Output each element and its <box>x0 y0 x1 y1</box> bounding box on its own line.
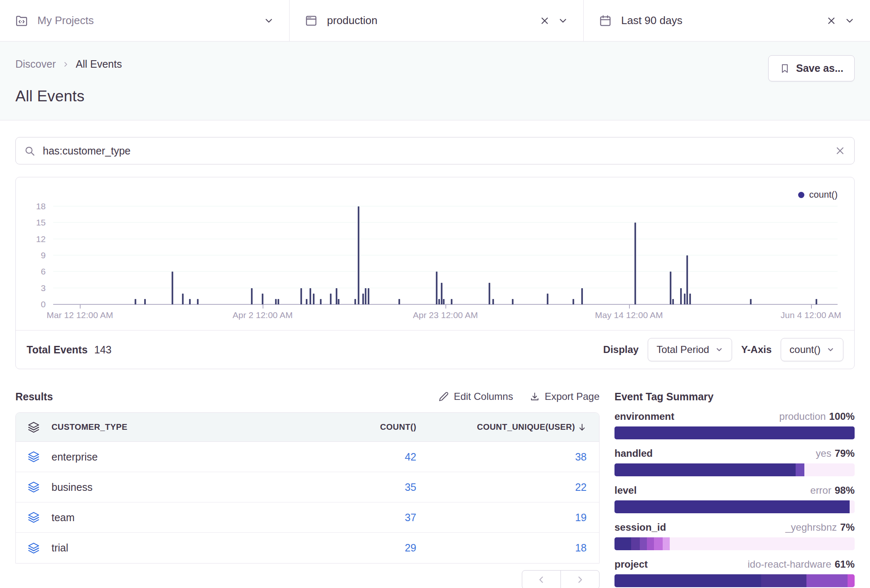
chart-spike <box>672 299 674 304</box>
chevron-down-icon <box>715 345 723 354</box>
chart-spike <box>135 299 136 304</box>
yaxis-dropdown[interactable]: count() <box>781 338 843 361</box>
table-header-row: CUSTOMER_TYPE COUNT() COUNT_UNIQUE(USER) <box>16 413 599 442</box>
export-page-button[interactable]: Export Page <box>530 391 600 402</box>
chart-spike <box>441 283 442 304</box>
tag-distribution-bar[interactable] <box>614 426 855 439</box>
search-input[interactable] <box>43 145 835 157</box>
chart-spike <box>144 299 146 304</box>
content: count() 0369121518Mar 12 12:00 AMApr 2 1… <box>0 137 870 588</box>
x-axis-tick-mark <box>629 305 630 309</box>
previous-page-button[interactable] <box>522 570 561 588</box>
save-as-label: Save as... <box>796 62 843 74</box>
chart-spike <box>313 294 315 304</box>
tag-name: environment <box>614 411 674 422</box>
chart-spike <box>689 294 691 304</box>
tag-distribution-bar[interactable] <box>614 574 855 587</box>
chart-plot: 0369121518Mar 12 12:00 AMApr 2 12:00 AMA… <box>53 206 838 304</box>
tag-bar-segment <box>614 500 850 513</box>
chart-spike <box>306 299 307 304</box>
daterange-selector-label: Last 90 days <box>621 14 826 27</box>
count-cell-link[interactable]: 35 <box>321 481 416 493</box>
chart-spike <box>547 294 548 304</box>
tag-top-value: production100% <box>779 411 855 422</box>
count-unique-cell-link[interactable]: 19 <box>416 512 599 524</box>
tag-meta: handledyes79% <box>614 448 855 459</box>
tag-distribution-bar[interactable] <box>614 500 855 513</box>
y-axis-tick-label: 18 <box>36 201 46 211</box>
count-cell-link[interactable]: 42 <box>321 451 416 463</box>
chart-spike <box>330 294 332 304</box>
projects-folder-icon <box>15 14 28 27</box>
save-as-button[interactable]: Save as... <box>768 55 855 81</box>
x-axis-tick-label: May 14 12:00 AM <box>595 310 663 320</box>
breadcrumb-discover-link[interactable]: Discover <box>15 58 56 70</box>
project-selector[interactable]: My Projects <box>0 0 289 41</box>
chart-spike <box>310 288 311 304</box>
chevron-down-icon <box>263 15 274 26</box>
download-icon <box>530 392 540 402</box>
count-cell-link[interactable]: 29 <box>321 542 416 554</box>
table-body: enterprise4238business3522team3719trial2… <box>16 442 599 563</box>
column-header-count[interactable]: COUNT() <box>321 422 416 432</box>
tag-distribution-bar[interactable] <box>614 537 855 550</box>
environment-selector-label: production <box>327 14 539 27</box>
export-page-label: Export Page <box>545 391 600 402</box>
tag-percent: 7% <box>840 522 855 533</box>
column-header-customer-type[interactable]: CUSTOMER_TYPE <box>52 422 321 432</box>
column-header-count-unique[interactable]: COUNT_UNIQUE(USER) <box>416 422 599 432</box>
daterange-selector[interactable]: Last 90 days <box>583 0 870 41</box>
tag-top-value: _yeghrsbnz7% <box>785 522 855 533</box>
chart-spike <box>573 299 574 304</box>
total-events-label: Total Events <box>27 344 88 355</box>
table-row: business3522 <box>16 472 599 502</box>
tag-percent: 98% <box>835 485 855 496</box>
total-events-value: 143 <box>94 344 112 355</box>
tag-meta: levelerror98% <box>614 485 855 496</box>
chart-spike <box>197 299 199 304</box>
breadcrumb: Discover All Events <box>15 58 855 70</box>
chart-controls: Display Total Period Y-Axis count() <box>603 338 843 361</box>
display-dropdown[interactable]: Total Period <box>648 338 732 361</box>
chart-spike <box>438 299 440 304</box>
count-unique-cell-link[interactable]: 22 <box>416 481 599 493</box>
chart-spike <box>436 272 437 304</box>
chevron-down-icon <box>826 345 835 354</box>
tag-distribution-bar[interactable] <box>614 463 855 476</box>
tag-bar-segment <box>804 463 855 476</box>
chart-spike <box>320 299 322 304</box>
legend-label: count() <box>809 189 838 200</box>
chart-spike <box>680 288 682 304</box>
layers-icon <box>16 542 52 554</box>
tag-bar-segment <box>761 574 807 587</box>
layers-icon <box>16 481 52 493</box>
count-unique-cell-link[interactable]: 18 <box>416 542 599 554</box>
page-title: All Events <box>15 88 855 105</box>
chart-spike <box>336 288 337 304</box>
table-actions: Edit Columns Export Page <box>439 391 600 402</box>
count-cell-link[interactable]: 37 <box>321 512 416 524</box>
tag-meta: environmentproduction100% <box>614 411 855 422</box>
chart-spike <box>684 294 686 304</box>
clear-daterange-icon[interactable] <box>826 15 837 26</box>
chart-spike <box>365 288 366 304</box>
chart-spike <box>634 223 636 304</box>
pagination <box>15 570 600 588</box>
clear-search-icon[interactable] <box>835 146 845 156</box>
legend-dot-icon <box>798 192 804 198</box>
total-events: Total Events143 <box>27 344 112 356</box>
tag-bar-segment <box>670 537 855 550</box>
environment-selector[interactable]: production <box>289 0 583 41</box>
edit-columns-label: Edit Columns <box>454 391 513 402</box>
count-unique-cell-link[interactable]: 38 <box>416 451 599 463</box>
tag-bar-segment <box>796 463 804 476</box>
layers-icon <box>16 511 52 524</box>
tag-row: handledyes79% <box>614 448 855 476</box>
event-tag-summary-title: Event Tag Summary <box>614 387 855 406</box>
next-page-button[interactable] <box>560 570 600 588</box>
chart-spike <box>182 294 184 304</box>
edit-columns-button[interactable]: Edit Columns <box>439 391 513 402</box>
chart-spike <box>816 299 817 304</box>
x-axis-tick-mark <box>263 305 263 309</box>
clear-environment-icon[interactable] <box>539 15 550 26</box>
